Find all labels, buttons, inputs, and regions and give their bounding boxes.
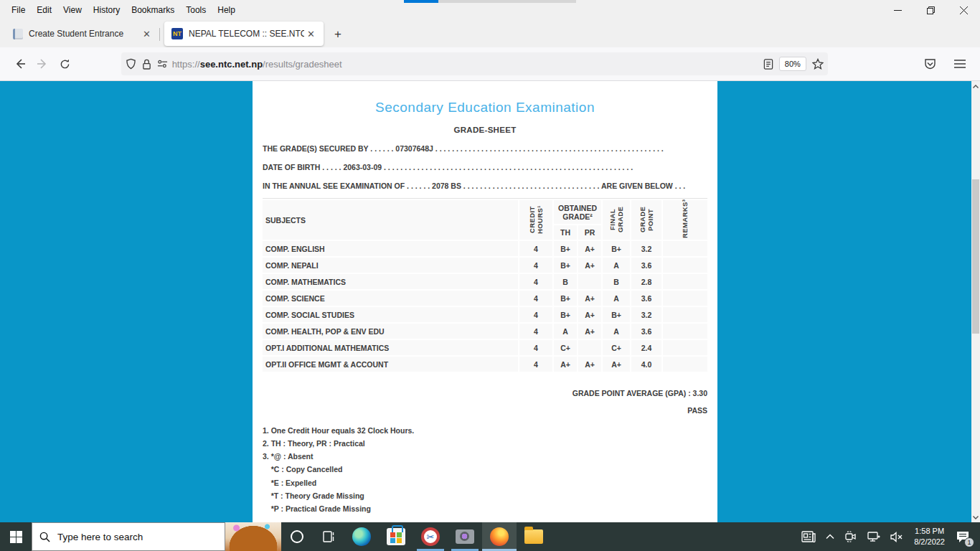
connection-bar xyxy=(404,0,576,3)
grade-point-value: 3.2 xyxy=(631,241,661,256)
date-of-birth-line: DATE OF BIRTH . . . . . 2063-03-09 . . .… xyxy=(263,163,707,171)
subject-name: COMP. SCIENCE xyxy=(263,291,518,306)
footnote-line: 3. *@ : Absent xyxy=(263,452,707,461)
vertical-scrollbar[interactable] xyxy=(971,81,980,522)
new-tab-button[interactable]: + xyxy=(328,24,348,44)
header-subjects: SUBJECTS xyxy=(263,200,518,240)
subject-row: COMP. MATHEMATICS 4 B B 2.8 xyxy=(263,274,707,289)
window-controls xyxy=(881,0,980,20)
shield-icon[interactable] xyxy=(126,58,136,70)
subject-row: OPT.I ADDITIONAL MATHEMATICS 4 C+ C+ 2.4 xyxy=(263,340,707,355)
menu-item[interactable]: Bookmarks xyxy=(126,2,180,18)
final-grade-value: C+ xyxy=(603,340,630,355)
tab-close-icon[interactable]: ✕ xyxy=(304,27,318,41)
url-bar[interactable]: https://see.ntc.net.np/results/gradeshee… xyxy=(121,52,828,75)
header-remarks: REMARKS³ xyxy=(663,200,707,240)
subject-row: OPT.II OFFICE MGMT & ACCOUNT 4 A+ A+ A+ … xyxy=(263,357,707,372)
reader-mode-icon[interactable] xyxy=(763,59,773,70)
final-grade-value: A+ xyxy=(603,357,630,372)
header-final-grade: FINAL GRADE xyxy=(603,200,630,240)
search-highlights-widget[interactable] xyxy=(225,522,281,551)
task-view-button[interactable] xyxy=(313,522,344,551)
gpa-line: GRADE POINT AVERAGE (GPA) : 3.30 xyxy=(263,389,707,397)
credit-hours-value: 4 xyxy=(519,241,552,256)
notification-center-button[interactable]: 1 xyxy=(951,522,980,551)
url-text[interactable]: https://see.ntc.net.np/results/gradeshee… xyxy=(172,59,763,70)
menu-item[interactable]: History xyxy=(88,2,126,18)
close-button[interactable] xyxy=(947,0,980,20)
back-button[interactable] xyxy=(9,52,32,75)
menu-bar: FileEditViewHistoryBookmarksToolsHelp xyxy=(0,0,241,20)
grade-point-value: 3.6 xyxy=(631,324,661,339)
taskbar-app-snipping-tool[interactable]: ✂ xyxy=(413,522,448,551)
bookmark-star-icon[interactable] xyxy=(812,58,824,70)
subject-name: COMP. SOCIAL STUDIES xyxy=(263,307,518,322)
theory-grade-value: B+ xyxy=(554,258,577,273)
taskbar-app-firefox[interactable] xyxy=(482,522,517,551)
minimize-button[interactable] xyxy=(881,0,914,20)
scroll-down-icon[interactable] xyxy=(971,512,980,522)
reload-button[interactable] xyxy=(54,52,77,75)
navigation-bar: https://see.ntc.net.np/results/gradeshee… xyxy=(0,47,980,81)
grade-point-value: 3.6 xyxy=(631,258,661,273)
tab-create-student-entrance[interactable]: Create Student Entrance ✕ xyxy=(6,22,159,46)
forward-button[interactable] xyxy=(32,52,55,75)
menu-item[interactable]: View xyxy=(57,2,88,18)
file-explorer-icon xyxy=(524,529,543,544)
taskbar-app-store[interactable] xyxy=(379,522,413,551)
pocket-icon[interactable] xyxy=(919,52,942,75)
taskbar-search-input[interactable]: Type here to search xyxy=(32,522,225,551)
theory-grade-value: C+ xyxy=(554,340,577,355)
credit-hours-value: 4 xyxy=(519,324,552,339)
taskbar-app-camera[interactable] xyxy=(448,522,482,551)
tab-close-icon[interactable]: ✕ xyxy=(140,27,154,41)
credit-hours-value: 4 xyxy=(519,274,552,289)
meet-now-icon[interactable] xyxy=(839,522,862,551)
news-widget-button[interactable] xyxy=(796,522,821,551)
menu-item[interactable]: File xyxy=(6,2,31,18)
page-title: Secondary Education Examination xyxy=(263,100,707,116)
app-menu-icon[interactable] xyxy=(948,52,971,75)
header-obtained-grade: OBTAINED GRADE² xyxy=(554,200,601,224)
subject-name: OPT.I ADDITIONAL MATHEMATICS xyxy=(263,340,518,355)
tray-chevron-up-icon[interactable] xyxy=(821,522,839,551)
network-status-icon[interactable] xyxy=(862,522,885,551)
grade-table: SUBJECTS CREDIT HOURS¹ OBTAINED GRADE² F… xyxy=(263,198,707,373)
practical-grade-value: A+ xyxy=(578,241,601,256)
menu-item[interactable]: Edit xyxy=(31,2,57,18)
examination-line: IN THE ANNUAL SEE EXAMINATION OF . . . .… xyxy=(263,182,707,190)
permissions-icon[interactable] xyxy=(157,59,168,69)
scroll-up-icon[interactable] xyxy=(971,81,980,91)
final-grade-value: B+ xyxy=(603,307,630,322)
zoom-level-badge[interactable]: 80% xyxy=(779,57,806,71)
volume-muted-icon[interactable] xyxy=(885,522,908,551)
credit-hours-value: 4 xyxy=(519,357,552,372)
footnotes: 1. One Credit Hour equals 32 Clock Hours… xyxy=(263,426,707,514)
credit-hours-value: 4 xyxy=(519,307,552,322)
footnote-line: *T : Theory Grade Missing xyxy=(263,491,707,501)
cortana-button[interactable] xyxy=(281,522,313,551)
remarks-value xyxy=(663,291,707,306)
grade-point-value: 3.6 xyxy=(631,291,661,306)
result-status: PASS xyxy=(263,406,707,415)
taskbar-app-file-explorer[interactable] xyxy=(517,522,551,551)
restore-button[interactable] xyxy=(914,0,947,20)
taskbar-app-edge[interactable] xyxy=(344,522,379,551)
menu-item[interactable]: Tools xyxy=(180,2,212,18)
footnote-line: 2. TH : Theory, PR : Practical xyxy=(263,439,707,448)
subject-name: OPT.II OFFICE MGMT & ACCOUNT xyxy=(263,357,518,372)
remarks-value xyxy=(663,340,707,355)
subject-name: COMP. MATHEMATICS xyxy=(263,274,518,289)
menu-item[interactable]: Help xyxy=(212,2,241,18)
start-button[interactable] xyxy=(0,522,32,551)
search-icon xyxy=(39,532,50,542)
theory-grade-value: A+ xyxy=(554,357,577,372)
remarks-value xyxy=(663,307,707,322)
lock-icon[interactable] xyxy=(142,59,151,70)
remarks-value xyxy=(663,258,707,273)
taskbar-clock[interactable]: 1:58 PM 8/2/2022 xyxy=(908,526,951,547)
practical-grade-value xyxy=(578,274,601,289)
tab-nepal-telecom[interactable]: NT NEPAL TELECOM :: SEE.NTC.NET ✕ xyxy=(164,22,324,46)
scrollbar-thumb[interactable] xyxy=(972,179,979,334)
tab-title: Create Student Entrance xyxy=(29,29,140,39)
